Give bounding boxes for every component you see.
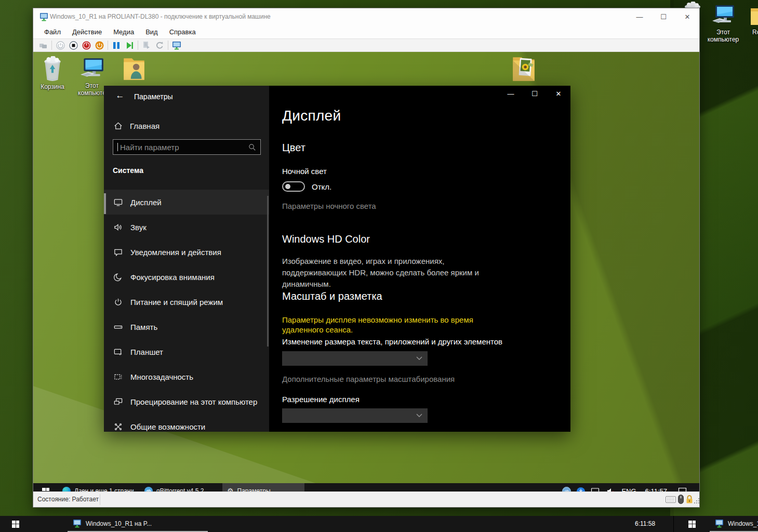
page-title: Дисплей [282,108,341,124]
sidebar-item-sound[interactable]: Звук [104,215,269,240]
vm-connection-icon [715,519,724,528]
settings-maximize-button[interactable]: ☐ [523,86,547,101]
resize-grip[interactable] [694,498,700,504]
focus-assist-icon [113,272,123,282]
sidebar-item-display[interactable]: Дисплей [104,190,269,215]
sidebar-item-shared-experiences[interactable]: Общие возможности [104,414,269,432]
settings-close-button[interactable]: ✕ [547,86,570,101]
power-sleep-icon [113,297,123,307]
task-label: Параметры [237,487,271,492]
windows-logo-icon [688,521,696,528]
vm-toolbar [33,38,699,52]
vm-maximize-button[interactable]: ☐ [651,8,675,25]
resolution-dropdown[interactable] [282,408,428,423]
language-indicator[interactable]: ENG [621,487,636,491]
checkpoint-icon[interactable] [142,41,151,50]
menu-help[interactable]: Справка [165,26,201,37]
settings-minimize-button[interactable]: — [499,86,523,101]
monitor-divider [673,516,674,532]
search-input[interactable]: Найти параметр [113,139,261,155]
task-label: Windows_10_R1 на P... [728,520,758,527]
vm-minimize-button[interactable]: — [628,8,651,25]
menu-file[interactable]: Файл [39,26,65,37]
sidebar-item-label: Звук [130,223,147,232]
host-desktop: Этот компьютер Ror Windows_10_R1 на PROL… [0,0,758,532]
sidebar-item-storage[interactable]: Память [104,314,269,339]
vm-status-text: Состояние: Работает [37,496,99,503]
sidebar-item-label: Проецирование на этот компьютер [130,397,257,406]
start-vm-icon[interactable] [56,41,65,50]
desktop-icon-folder-ror[interactable]: Ror [748,4,758,36]
sidebar-item-label: Дисплей [130,198,162,207]
advanced-scaling-link[interactable]: Дополнительные параметры масштабирования [282,375,455,383]
sidebar-item-label: Питание и спящий режим [130,298,223,307]
toolbar-separator [51,41,52,50]
vm-close-button[interactable]: ✕ [675,8,699,25]
bluetooth-icon[interactable] [577,487,585,492]
vm-titlebar[interactable]: Windows_10_R1 на PROLIANT-DL380 - подклю… [33,8,699,25]
notifications-icon [113,247,123,257]
user-folder-icon [122,55,147,82]
sidebar-item-multitasking[interactable]: Многозадачность [104,364,269,389]
recycle-bin-icon [41,56,64,82]
volume-muted-icon[interactable] [606,487,616,492]
resume-icon[interactable] [125,41,134,50]
revert-icon[interactable] [155,41,164,50]
network-display-icon[interactable] [591,487,601,492]
sidebar-item-label: Многозадачность [130,373,193,381]
night-light-toggle[interactable] [282,181,305,192]
desktop-icon-recycle-bin[interactable]: Корзина [34,56,71,90]
remote-session-warning: Параметры дисплея невозможно изменить во… [282,315,511,335]
menu-media[interactable]: Медиа [109,26,139,37]
sidebar-item-tablet[interactable]: Планшет [104,339,269,364]
save-icon[interactable] [95,41,104,50]
desktop-icon-user-folder[interactable] [115,55,153,82]
vm-statusbar: Состояние: Работает [33,491,699,507]
sidebar-item-home[interactable]: Главная [104,116,269,136]
sidebar-item-label: Уведомления и действия [130,248,221,257]
scale-dropdown[interactable] [282,351,428,366]
pictures-folder-icon [511,53,537,83]
mouse-icon [678,495,684,504]
sidebar-item-projecting[interactable]: Проецирование на этот компьютер [104,389,269,414]
task-label: qBittorrent v4.5.2 [156,487,204,492]
guest-clock[interactable]: 6:11:57 [645,487,667,491]
windows-logo-icon [12,521,19,528]
taskbar-task-qbittorrent[interactable]: qb qBittorrent v4.5.2 [140,483,221,491]
vm-connection-icon [39,12,48,21]
desktop-icon-this-pc-host[interactable]: Этот компьютер [703,4,743,43]
qbittorrent-tray-icon[interactable]: qb [562,487,571,491]
sidebar-item-notifications[interactable]: Уведомления и действия [104,240,269,264]
search-icon [248,143,256,151]
turn-off-icon[interactable] [69,41,78,50]
settings-main-panel: — ☐ ✕ Дисплей Цвет Ночной свет Откл. Пар… [269,86,570,432]
host-task-vm-connection-monitor2[interactable]: Windows_10_R1 на P... [710,516,758,532]
back-button[interactable]: ← [111,89,129,102]
vm-connection-icon [73,519,82,528]
host-start-button[interactable] [0,516,31,532]
desktop-icon-pictures-folder[interactable] [505,53,542,83]
ctrl-alt-del-icon[interactable] [38,41,48,50]
vm-menubar: Файл Действие Медиа Вид Справка [33,25,699,38]
menu-action[interactable]: Действие [68,26,107,37]
sidebar-scrollbar[interactable] [267,196,269,347]
guest-start-button[interactable] [33,483,58,491]
sidebar-item-power-sleep[interactable]: Питание и спящий режим [104,289,269,314]
keyboard-icon [666,496,676,503]
scale-heading: Масштаб и разметка [282,290,382,302]
night-light-settings-link[interactable]: Параметры ночного света [282,202,376,210]
taskbar-task-edge[interactable]: Дзен и еще 1 страни... [58,483,138,491]
this-pc-icon [79,57,104,81]
sidebar-item-label: Главная [130,122,159,130]
host-start-button-monitor2[interactable] [676,516,708,532]
host-clock[interactable]: 6:11:58 [635,520,655,527]
pause-icon[interactable] [112,41,121,50]
host-task-vm-connection[interactable]: Windows_10_R1 на P... [68,516,208,532]
shut-down-icon[interactable] [82,41,91,50]
multitasking-icon [113,371,123,382]
action-center-icon[interactable] [678,487,687,491]
menu-view[interactable]: Вид [141,26,163,37]
taskbar-task-settings[interactable]: ⚙ Параметры [222,483,304,491]
enhanced-session-icon[interactable] [172,41,181,50]
sidebar-item-focus-assist[interactable]: Фокусировка внимания [104,264,269,289]
